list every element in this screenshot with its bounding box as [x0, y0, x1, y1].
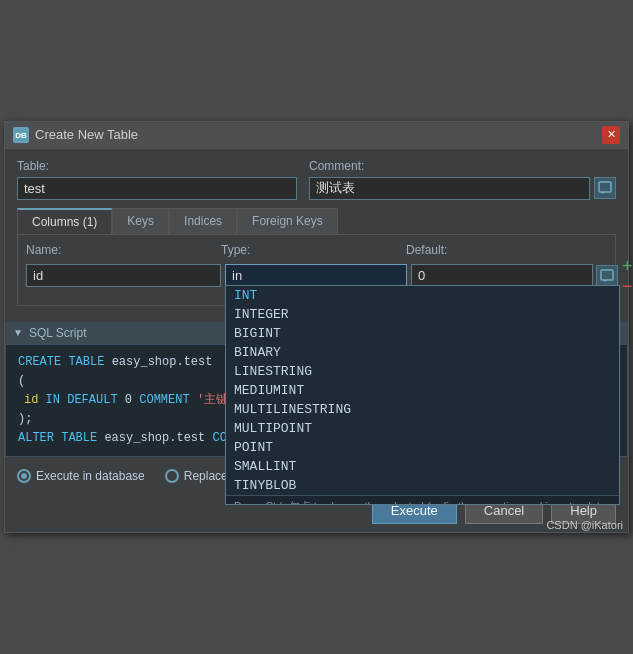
- svg-text:DB: DB: [15, 131, 27, 140]
- col-actions: + −: [622, 257, 633, 295]
- radio-execute-label: Execute in database: [36, 469, 145, 483]
- window-title: Create New Table: [35, 127, 138, 142]
- sql-script-label: SQL Script: [29, 326, 87, 340]
- table-field-group: Table:: [17, 159, 297, 200]
- table-input[interactable]: [17, 177, 297, 200]
- col-type-header: Type:: [221, 243, 406, 257]
- add-column-button[interactable]: +: [622, 257, 633, 275]
- tab-foreign-keys[interactable]: Foreign Keys: [237, 208, 338, 234]
- radio-replace-circle: [165, 469, 179, 483]
- sql-chevron-icon: ▼: [13, 327, 23, 338]
- dropdown-item-bigint[interactable]: BIGINT: [226, 324, 619, 343]
- col-name-header: Name:: [26, 243, 221, 257]
- comment-icon[interactable]: [594, 177, 616, 199]
- dropdown-item-tinyblob[interactable]: TINYBLOB: [226, 476, 619, 495]
- table-comment-row: Table: Comment:: [17, 159, 616, 200]
- col-default-header: Default:: [406, 243, 607, 257]
- type-dropdown[interactable]: INT INTEGER BIGINT BINARY LINESTRING MED…: [225, 285, 620, 505]
- radio-execute[interactable]: Execute in database: [17, 469, 145, 483]
- dropdown-item-smallint[interactable]: SMALLINT: [226, 457, 619, 476]
- titlebar: DB Create New Table ✕: [5, 122, 628, 149]
- dropdown-item-binary[interactable]: BINARY: [226, 343, 619, 362]
- tab-columns[interactable]: Columns (1): [17, 208, 112, 234]
- column-row: + − INT INTEGER BIGINT BINARY LINESTRING…: [26, 257, 607, 295]
- tab-content: Name: Type: Default:: [17, 234, 616, 306]
- dropdown-item-int[interactable]: INT: [226, 286, 619, 305]
- table-label: Table:: [17, 159, 297, 173]
- comment-label: Comment:: [309, 159, 616, 173]
- tab-indices[interactable]: Indices: [169, 208, 237, 234]
- tab-keys[interactable]: Keys: [112, 208, 169, 234]
- dropdown-item-point[interactable]: POINT: [226, 438, 619, 457]
- tabs: Columns (1) Keys Indices Foreign Keys: [17, 208, 616, 234]
- dropdown-item-mediumint[interactable]: MEDIUMINT: [226, 381, 619, 400]
- dropdown-item-linestring[interactable]: LINESTRING: [226, 362, 619, 381]
- col-name-input[interactable]: [26, 264, 221, 287]
- dropdown-hint: Press Ctrl+句点 to choose the selected (or…: [226, 495, 619, 505]
- svg-rect-2: [599, 182, 611, 192]
- default-comment-icon[interactable]: [596, 265, 618, 287]
- comment-input[interactable]: [309, 177, 590, 200]
- close-button[interactable]: ✕: [602, 126, 620, 144]
- comment-input-wrapper: [309, 177, 616, 200]
- radio-execute-circle: [17, 469, 31, 483]
- app-icon: DB: [13, 127, 29, 143]
- main-window: DB Create New Table ✕ Table: Comment:: [4, 121, 629, 534]
- svg-rect-3: [601, 270, 613, 280]
- dropdown-item-multilinestring[interactable]: MULTILINESTRING: [226, 400, 619, 419]
- columns-header: Name: Type: Default:: [26, 243, 607, 257]
- dropdown-item-integer[interactable]: INTEGER: [226, 305, 619, 324]
- titlebar-left: DB Create New Table: [13, 127, 138, 143]
- remove-column-button[interactable]: −: [622, 277, 633, 295]
- comment-field-group: Comment:: [309, 159, 616, 200]
- dropdown-item-multipoint[interactable]: MULTIPOINT: [226, 419, 619, 438]
- watermark: CSDN @iKatori: [546, 519, 623, 531]
- content-area: Table: Comment: Columns (1): [5, 149, 628, 316]
